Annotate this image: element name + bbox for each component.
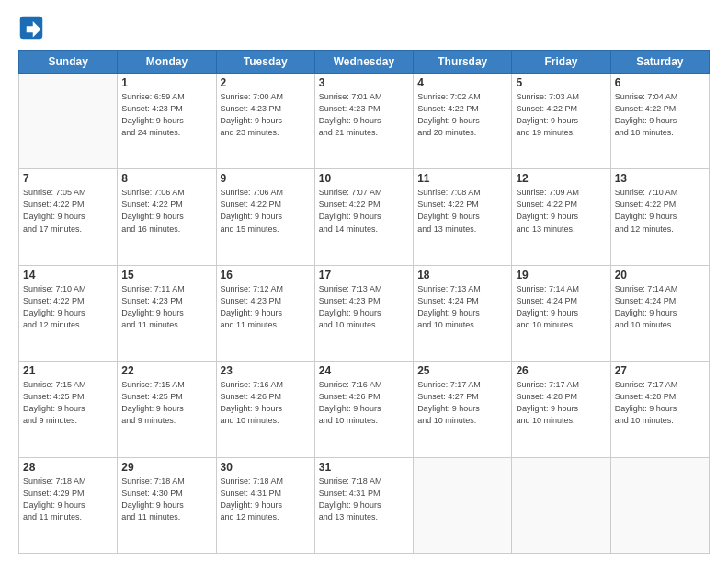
calendar-cell: 28Sunrise: 7:18 AM Sunset: 4:29 PM Dayli… xyxy=(19,457,118,553)
day-info: Sunrise: 7:13 AM Sunset: 4:24 PM Dayligh… xyxy=(417,283,507,331)
header xyxy=(18,15,710,40)
calendar-cell: 18Sunrise: 7:13 AM Sunset: 4:24 PM Dayli… xyxy=(414,265,512,361)
day-info: Sunrise: 7:14 AM Sunset: 4:24 PM Dayligh… xyxy=(516,283,606,331)
calendar-cell xyxy=(610,457,709,553)
calendar-cell: 13Sunrise: 7:10 AM Sunset: 4:22 PM Dayli… xyxy=(610,169,709,265)
day-info: Sunrise: 7:12 AM Sunset: 4:23 PM Dayligh… xyxy=(221,283,311,331)
calendar-cell: 3Sunrise: 7:01 AM Sunset: 4:23 PM Daylig… xyxy=(314,74,413,169)
day-info: Sunrise: 7:03 AM Sunset: 4:22 PM Dayligh… xyxy=(516,91,606,139)
calendar-cell: 21Sunrise: 7:15 AM Sunset: 4:25 PM Dayli… xyxy=(19,362,118,457)
calendar-week-row: 28Sunrise: 7:18 AM Sunset: 4:29 PM Dayli… xyxy=(19,457,710,553)
day-info: Sunrise: 7:14 AM Sunset: 4:24 PM Dayligh… xyxy=(615,283,705,331)
calendar-cell: 8Sunrise: 7:06 AM Sunset: 4:22 PM Daylig… xyxy=(118,169,216,265)
day-number: 10 xyxy=(319,172,409,185)
calendar-cell: 25Sunrise: 7:17 AM Sunset: 4:27 PM Dayli… xyxy=(414,362,512,457)
page: SundayMondayTuesdayWednesdayThursdayFrid… xyxy=(0,0,728,563)
day-info: Sunrise: 7:15 AM Sunset: 4:25 PM Dayligh… xyxy=(23,379,113,427)
calendar-cell: 4Sunrise: 7:02 AM Sunset: 4:22 PM Daylig… xyxy=(414,74,512,169)
day-number: 11 xyxy=(417,172,507,185)
day-number: 26 xyxy=(516,364,606,377)
calendar-cell: 14Sunrise: 7:10 AM Sunset: 4:22 PM Dayli… xyxy=(19,265,118,361)
day-info: Sunrise: 7:09 AM Sunset: 4:22 PM Dayligh… xyxy=(516,187,606,235)
logo-icon xyxy=(18,15,44,40)
day-number: 14 xyxy=(23,269,113,282)
calendar-cell: 23Sunrise: 7:16 AM Sunset: 4:26 PM Dayli… xyxy=(216,362,314,457)
calendar-cell: 31Sunrise: 7:18 AM Sunset: 4:31 PM Dayli… xyxy=(314,457,413,553)
day-number: 13 xyxy=(615,172,705,185)
calendar-cell: 22Sunrise: 7:15 AM Sunset: 4:25 PM Dayli… xyxy=(118,362,216,457)
calendar-cell: 20Sunrise: 7:14 AM Sunset: 4:24 PM Dayli… xyxy=(610,265,709,361)
calendar-cell: 10Sunrise: 7:07 AM Sunset: 4:22 PM Dayli… xyxy=(314,169,413,265)
day-number: 27 xyxy=(615,364,705,377)
day-number: 6 xyxy=(615,76,705,89)
day-info: Sunrise: 7:06 AM Sunset: 4:22 PM Dayligh… xyxy=(221,187,311,235)
day-number: 31 xyxy=(319,461,409,474)
calendar-cell xyxy=(512,457,610,553)
day-info: Sunrise: 7:10 AM Sunset: 4:22 PM Dayligh… xyxy=(23,283,113,331)
calendar-cell: 27Sunrise: 7:17 AM Sunset: 4:28 PM Dayli… xyxy=(610,362,709,457)
calendar-cell: 5Sunrise: 7:03 AM Sunset: 4:22 PM Daylig… xyxy=(512,74,610,169)
day-number: 23 xyxy=(221,364,311,377)
day-info: Sunrise: 7:07 AM Sunset: 4:22 PM Dayligh… xyxy=(319,187,409,235)
day-number: 1 xyxy=(121,76,211,89)
day-number: 9 xyxy=(221,172,311,185)
day-number: 29 xyxy=(121,461,211,474)
day-info: Sunrise: 7:15 AM Sunset: 4:25 PM Dayligh… xyxy=(121,379,211,427)
day-info: Sunrise: 7:06 AM Sunset: 4:22 PM Dayligh… xyxy=(121,187,211,235)
day-number: 25 xyxy=(417,364,507,377)
day-number: 7 xyxy=(23,172,113,185)
day-info: Sunrise: 7:17 AM Sunset: 4:27 PM Dayligh… xyxy=(417,379,507,427)
calendar-cell xyxy=(19,74,118,169)
day-info: Sunrise: 7:18 AM Sunset: 4:30 PM Dayligh… xyxy=(121,476,211,523)
day-number: 15 xyxy=(121,269,211,282)
calendar-cell: 26Sunrise: 7:17 AM Sunset: 4:28 PM Dayli… xyxy=(512,362,610,457)
day-info: Sunrise: 7:18 AM Sunset: 4:29 PM Dayligh… xyxy=(23,476,113,523)
calendar-cell: 24Sunrise: 7:16 AM Sunset: 4:26 PM Dayli… xyxy=(314,362,413,457)
calendar-cell: 12Sunrise: 7:09 AM Sunset: 4:22 PM Dayli… xyxy=(512,169,610,265)
day-info: Sunrise: 6:59 AM Sunset: 4:23 PM Dayligh… xyxy=(121,91,211,139)
calendar-cell: 16Sunrise: 7:12 AM Sunset: 4:23 PM Dayli… xyxy=(216,265,314,361)
calendar-day-header: Friday xyxy=(512,51,610,74)
day-info: Sunrise: 7:18 AM Sunset: 4:31 PM Dayligh… xyxy=(319,476,409,523)
day-number: 20 xyxy=(615,269,705,282)
day-number: 4 xyxy=(417,76,507,89)
day-number: 5 xyxy=(516,76,606,89)
day-number: 24 xyxy=(319,364,409,377)
day-info: Sunrise: 7:02 AM Sunset: 4:22 PM Dayligh… xyxy=(417,91,507,139)
day-info: Sunrise: 7:17 AM Sunset: 4:28 PM Dayligh… xyxy=(615,379,705,427)
day-info: Sunrise: 7:04 AM Sunset: 4:22 PM Dayligh… xyxy=(615,91,705,139)
calendar-day-header: Monday xyxy=(118,51,216,74)
day-info: Sunrise: 7:16 AM Sunset: 4:26 PM Dayligh… xyxy=(319,379,409,427)
day-number: 17 xyxy=(319,269,409,282)
calendar-day-header: Wednesday xyxy=(314,51,413,74)
calendar-cell: 6Sunrise: 7:04 AM Sunset: 4:22 PM Daylig… xyxy=(610,74,709,169)
day-number: 28 xyxy=(23,461,113,474)
calendar-table: SundayMondayTuesdayWednesdayThursdayFrid… xyxy=(18,50,710,554)
calendar-week-row: 1Sunrise: 6:59 AM Sunset: 4:23 PM Daylig… xyxy=(19,74,710,169)
day-info: Sunrise: 7:05 AM Sunset: 4:22 PM Dayligh… xyxy=(23,187,113,235)
day-number: 8 xyxy=(121,172,211,185)
day-number: 30 xyxy=(221,461,311,474)
day-number: 12 xyxy=(516,172,606,185)
calendar-day-header: Saturday xyxy=(610,51,709,74)
day-number: 3 xyxy=(319,76,409,89)
day-info: Sunrise: 7:00 AM Sunset: 4:23 PM Dayligh… xyxy=(221,91,311,139)
logo xyxy=(18,15,46,40)
calendar-cell: 1Sunrise: 6:59 AM Sunset: 4:23 PM Daylig… xyxy=(118,74,216,169)
calendar-cell: 2Sunrise: 7:00 AM Sunset: 4:23 PM Daylig… xyxy=(216,74,314,169)
calendar-header-row: SundayMondayTuesdayWednesdayThursdayFrid… xyxy=(19,51,710,74)
day-info: Sunrise: 7:16 AM Sunset: 4:26 PM Dayligh… xyxy=(221,379,311,427)
day-number: 18 xyxy=(417,269,507,282)
calendar-cell: 15Sunrise: 7:11 AM Sunset: 4:23 PM Dayli… xyxy=(118,265,216,361)
calendar-day-header: Sunday xyxy=(19,51,118,74)
calendar-cell: 7Sunrise: 7:05 AM Sunset: 4:22 PM Daylig… xyxy=(19,169,118,265)
calendar-cell: 11Sunrise: 7:08 AM Sunset: 4:22 PM Dayli… xyxy=(414,169,512,265)
day-info: Sunrise: 7:10 AM Sunset: 4:22 PM Dayligh… xyxy=(615,187,705,235)
day-info: Sunrise: 7:13 AM Sunset: 4:23 PM Dayligh… xyxy=(319,283,409,331)
calendar-week-row: 14Sunrise: 7:10 AM Sunset: 4:22 PM Dayli… xyxy=(19,265,710,361)
calendar-cell: 17Sunrise: 7:13 AM Sunset: 4:23 PM Dayli… xyxy=(314,265,413,361)
day-number: 19 xyxy=(516,269,606,282)
day-info: Sunrise: 7:08 AM Sunset: 4:22 PM Dayligh… xyxy=(417,187,507,235)
day-info: Sunrise: 7:01 AM Sunset: 4:23 PM Dayligh… xyxy=(319,91,409,139)
calendar-day-header: Tuesday xyxy=(216,51,314,74)
